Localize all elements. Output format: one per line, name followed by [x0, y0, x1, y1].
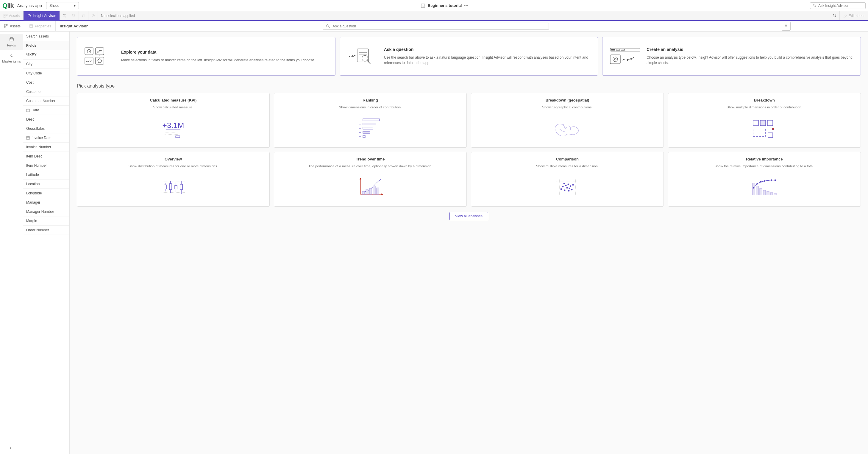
svg-rect-1	[422, 5, 423, 7]
more-icon[interactable]: •••	[464, 3, 468, 8]
analysis-trend-title: Trend over time	[356, 157, 385, 161]
analysis-geospatial-title: Breakdown (geospatial)	[546, 98, 589, 102]
properties-tab[interactable]: Properties	[25, 21, 56, 31]
svg-point-113	[571, 189, 573, 190]
selection-back-button[interactable]	[69, 11, 79, 20]
sheet-dropdown[interactable]: Sheet ▾	[46, 2, 79, 9]
svg-rect-34	[27, 137, 29, 139]
field-item[interactable]: Date	[23, 106, 69, 115]
field-item-label: Desc	[26, 117, 34, 121]
svg-rect-75	[753, 120, 758, 126]
ask-insight-input[interactable]	[818, 4, 863, 8]
intro-ask-card[interactable]: Ask a question Use the search bar above …	[340, 37, 598, 75]
svg-point-26	[327, 24, 329, 27]
svg-rect-120	[763, 190, 766, 195]
field-item[interactable]: Customer	[23, 87, 69, 96]
assets-tab[interactable]: Assets	[0, 21, 25, 31]
svg-point-59	[631, 58, 632, 59]
svg-point-56	[614, 58, 616, 60]
fields-search-input[interactable]	[26, 34, 66, 38]
svg-rect-97	[366, 190, 368, 194]
rail-master-items[interactable]: Master items	[0, 50, 23, 66]
assets-label: Assets	[9, 14, 20, 18]
analysis-breakdown[interactable]: Breakdown Show multiple dimensions in or…	[668, 93, 861, 148]
svg-rect-79	[768, 128, 771, 131]
assets-toolbar-button[interactable]: Assets	[0, 11, 24, 20]
intro-explore-card[interactable]: Explore your data Make selections in fie…	[77, 37, 336, 75]
field-item-label: Manager	[26, 200, 40, 205]
analysis-kpi[interactable]: Calculated measure (KPI) Show calculated…	[77, 93, 270, 148]
ask-question-input[interactable]	[333, 24, 546, 28]
svg-rect-80	[772, 128, 774, 130]
svg-point-110	[568, 183, 569, 185]
tutorial-title: Beginner's tutorial	[428, 3, 462, 8]
svg-point-49	[354, 55, 355, 56]
svg-point-128	[767, 180, 769, 181]
svg-rect-30	[27, 109, 29, 112]
map-viz-icon	[475, 114, 659, 143]
analysis-relative[interactable]: Relative importance Show the relative im…	[668, 152, 861, 207]
assets-tab-label: Assets	[10, 24, 21, 28]
field-item[interactable]: Cost	[23, 78, 69, 87]
clear-selections-button[interactable]	[88, 11, 98, 20]
field-item-label: Customer	[26, 90, 42, 94]
field-item[interactable]: City	[23, 60, 69, 69]
svg-rect-52	[616, 49, 620, 50]
svg-line-12	[65, 16, 66, 17]
svg-rect-14	[83, 15, 85, 17]
analysis-geospatial[interactable]: Breakdown (geospatial) Show geographical…	[471, 93, 664, 148]
toolbar: Assets Insight Advisor No selections app…	[0, 11, 868, 21]
field-item[interactable]: Margin	[23, 216, 69, 226]
field-item[interactable]: Order Number	[23, 226, 69, 235]
selections-tool-button[interactable]	[830, 11, 840, 20]
relative-viz-icon	[673, 173, 857, 202]
breakdown-viz-icon	[673, 114, 857, 143]
field-item[interactable]: Location	[23, 180, 69, 189]
rail-fields[interactable]: Fields	[0, 34, 23, 50]
insight-advisor-label: Insight Advisor	[33, 14, 56, 18]
calendar-icon	[26, 136, 30, 140]
field-item[interactable]: Manager Number	[23, 207, 69, 216]
svg-rect-24	[30, 25, 33, 28]
svg-point-58	[627, 60, 628, 61]
field-item-label: Longitude	[26, 191, 42, 195]
field-item[interactable]: Latitude	[23, 170, 69, 180]
field-item[interactable]: Item Number	[23, 161, 69, 170]
analysis-trend[interactable]: Trend over time The performance of a mea…	[274, 152, 467, 207]
field-item[interactable]: Customer Number	[23, 96, 69, 106]
fields-list[interactable]: %KEYCityCity CodeCostCustomerCustomer Nu…	[23, 50, 69, 454]
analysis-geospatial-desc: Show geographical contributions.	[542, 105, 592, 110]
microphone-button[interactable]	[782, 22, 790, 31]
svg-rect-76	[760, 120, 766, 126]
field-item[interactable]: Invoice Number	[23, 143, 69, 152]
edit-sheet-button[interactable]: Edit sheet	[840, 11, 868, 20]
field-item[interactable]: GrossSales	[23, 124, 69, 133]
intro-create-title: Create an analysis	[647, 47, 855, 52]
field-item[interactable]: Desc	[23, 115, 69, 124]
view-all-analyses-button[interactable]: View all analyses	[450, 212, 488, 220]
svg-point-43	[98, 59, 101, 62]
collapse-rail-button[interactable]	[6, 442, 18, 454]
field-item[interactable]: Item Desc	[23, 152, 69, 161]
smart-search-button[interactable]	[60, 11, 69, 20]
field-item[interactable]: Manager	[23, 198, 69, 207]
fields-header: Fields	[23, 41, 69, 50]
intro-create-card[interactable]: Create an analysis Choose an analysis ty…	[602, 37, 861, 75]
ranking-viz-icon	[278, 114, 462, 143]
insight-advisor-toolbar-button[interactable]: Insight Advisor	[24, 11, 60, 20]
analysis-overview[interactable]: Overview Show distribution of measures f…	[77, 152, 270, 207]
field-item[interactable]: Longitude	[23, 189, 69, 198]
field-item[interactable]: %KEY	[23, 50, 69, 60]
field-item[interactable]: City Code	[23, 69, 69, 78]
ask-insight-advisor-search[interactable]	[810, 2, 866, 9]
field-item[interactable]: Invoice Date	[23, 133, 69, 143]
fields-search[interactable]	[23, 32, 69, 41]
selection-forward-button[interactable]	[79, 11, 88, 20]
search-icon	[326, 24, 330, 28]
analysis-comparison[interactable]: Comparison Show multiple measures for a …	[471, 152, 664, 207]
svg-rect-99	[373, 186, 375, 194]
field-item-label: City Code	[26, 71, 42, 75]
analysis-ranking[interactable]: Ranking Show dimensions in order of cont…	[274, 93, 467, 148]
ask-question-search[interactable]	[323, 23, 549, 30]
field-item-label: GrossSales	[26, 126, 45, 131]
